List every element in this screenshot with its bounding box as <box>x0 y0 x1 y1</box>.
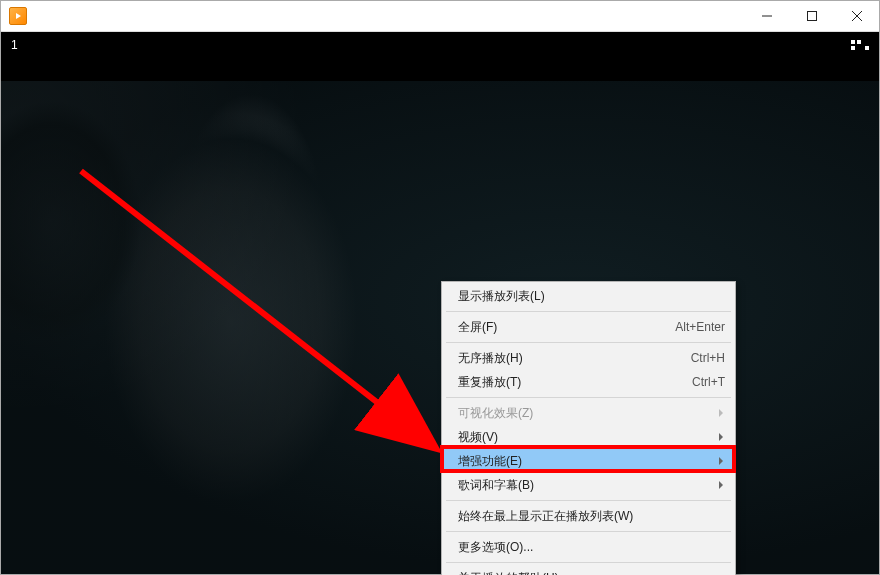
menu-label: 显示播放列表(L) <box>458 288 725 305</box>
menu-about-help[interactable]: 关于播放的帮助(H)... <box>444 566 733 575</box>
close-button[interactable] <box>834 1 879 31</box>
menu-label: 歌词和字幕(B) <box>458 477 725 494</box>
menu-more-options[interactable]: 更多选项(O)... <box>444 535 733 559</box>
menu-shortcut: Ctrl+H <box>691 351 725 365</box>
menu-fullscreen[interactable]: 全屏(F) Alt+Enter <box>444 315 733 339</box>
player-subbar: 1 <box>1 32 879 82</box>
menu-separator <box>446 531 731 532</box>
menu-separator <box>446 342 731 343</box>
menu-show-playlist[interactable]: 显示播放列表(L) <box>444 284 733 308</box>
minimize-button[interactable] <box>744 1 789 31</box>
menu-video[interactable]: 视频(V) <box>444 425 733 449</box>
menu-shortcut: Ctrl+T <box>692 375 725 389</box>
menu-always-on-top[interactable]: 始终在最上显示正在播放列表(W) <box>444 504 733 528</box>
menu-label: 增强功能(E) <box>458 453 725 470</box>
media-player-window: 1 显示播放列表(L) 全屏(F) Alt+Enter 无序播放(H) Ctrl… <box>0 0 880 575</box>
menu-label: 关于播放的帮助(H)... <box>458 570 725 576</box>
app-icon <box>9 7 27 25</box>
menu-label: 视频(V) <box>458 429 725 446</box>
menu-label: 更多选项(O)... <box>458 539 725 556</box>
maximize-button[interactable] <box>789 1 834 31</box>
menu-label: 重复播放(T) <box>458 374 692 391</box>
now-playing-title: 1 <box>11 38 18 52</box>
menu-repeat[interactable]: 重复播放(T) Ctrl+T <box>444 370 733 394</box>
menu-label: 始终在最上显示正在播放列表(W) <box>458 508 725 525</box>
menu-label: 可视化效果(Z) <box>458 405 725 422</box>
menu-label: 无序播放(H) <box>458 350 691 367</box>
menu-shortcut: Alt+Enter <box>675 320 725 334</box>
titlebar <box>1 1 879 32</box>
window-controls <box>744 1 879 31</box>
menu-separator <box>446 500 731 501</box>
view-grid-icon[interactable] <box>851 38 869 50</box>
menu-separator <box>446 397 731 398</box>
menu-label: 全屏(F) <box>458 319 675 336</box>
context-menu: 显示播放列表(L) 全屏(F) Alt+Enter 无序播放(H) Ctrl+H… <box>441 281 736 575</box>
svg-rect-1 <box>807 12 816 21</box>
menu-separator <box>446 311 731 312</box>
menu-separator <box>446 562 731 563</box>
menu-lyrics[interactable]: 歌词和字幕(B) <box>444 473 733 497</box>
menu-shuffle[interactable]: 无序播放(H) Ctrl+H <box>444 346 733 370</box>
video-viewport[interactable] <box>1 81 879 574</box>
menu-enhancements[interactable]: 增强功能(E) <box>444 449 733 473</box>
menu-visualizations: 可视化效果(Z) <box>444 401 733 425</box>
